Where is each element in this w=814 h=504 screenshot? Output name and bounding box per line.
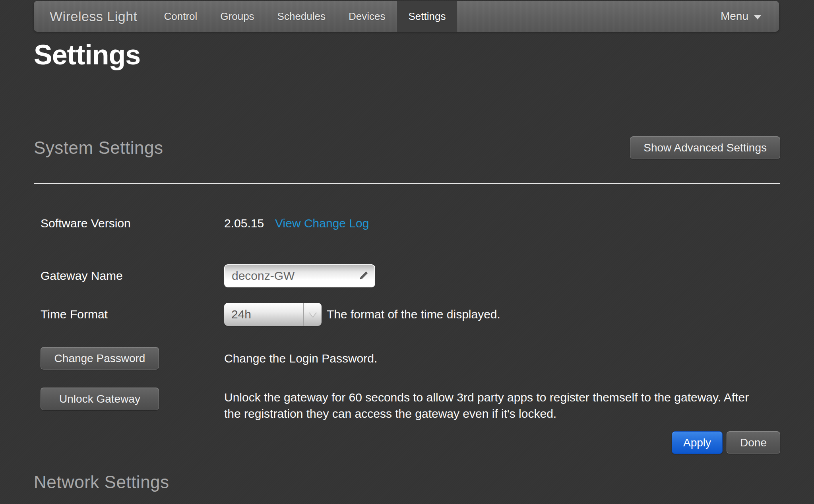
- tab-settings[interactable]: Settings: [397, 1, 457, 32]
- top-navbar: Wireless Light Control Groups Schedules …: [34, 1, 779, 32]
- time-format-description: The format of the time displayed.: [327, 308, 500, 321]
- chevron-down-icon: [754, 15, 762, 19]
- page-title: Settings: [34, 38, 140, 72]
- unlock-gateway-description: Unlock the gateway for 60 seconds to all…: [224, 389, 755, 422]
- select-arrow-zone: [303, 303, 322, 326]
- unlock-gateway-row: Unlock Gateway Unlock the gateway for 60…: [41, 388, 755, 422]
- action-buttons: Apply Done: [672, 431, 780, 454]
- tab-devices[interactable]: Devices: [337, 1, 397, 32]
- time-format-select[interactable]: 24h: [224, 303, 322, 326]
- gateway-name-field: [224, 264, 375, 287]
- view-change-log-link[interactable]: View Change Log: [275, 217, 369, 230]
- software-version-label: Software Version: [41, 217, 224, 230]
- network-settings-heading: Network Settings: [34, 472, 169, 492]
- change-password-button[interactable]: Change Password: [41, 347, 159, 370]
- tab-groups[interactable]: Groups: [209, 1, 266, 32]
- gateway-name-label: Gateway Name: [41, 269, 224, 283]
- dropdown-arrow-icon: [309, 312, 316, 317]
- done-button[interactable]: Done: [727, 431, 780, 454]
- software-version-row: Software Version 2.05.15 View Change Log: [41, 215, 369, 231]
- system-settings-header: System Settings Show Advanced Settings: [34, 136, 780, 159]
- system-settings-heading: System Settings: [34, 138, 163, 158]
- change-password-description: Change the Login Password.: [224, 352, 377, 365]
- menu-label: Menu: [721, 10, 748, 23]
- unlock-gateway-button[interactable]: Unlock Gateway: [41, 388, 159, 410]
- gateway-name-row: Gateway Name: [41, 264, 375, 287]
- show-advanced-settings-button[interactable]: Show Advanced Settings: [630, 136, 780, 159]
- tab-control[interactable]: Control: [153, 1, 209, 32]
- edit-pencil-icon[interactable]: [357, 270, 369, 282]
- menu-dropdown-button[interactable]: Menu: [709, 1, 779, 32]
- change-password-row: Change Password Change the Login Passwor…: [41, 347, 377, 370]
- tab-schedules[interactable]: Schedules: [266, 1, 337, 32]
- nav-tabs: Control Groups Schedules Devices Setting…: [153, 1, 457, 32]
- software-version-value: 2.05.15: [224, 217, 264, 230]
- time-format-row: Time Format 24h The format of the time d…: [41, 303, 500, 326]
- section-divider: [34, 183, 780, 184]
- gateway-name-input[interactable]: [232, 269, 354, 283]
- app-title: Wireless Light: [34, 1, 153, 32]
- apply-button[interactable]: Apply: [672, 431, 723, 454]
- time-format-label: Time Format: [41, 308, 224, 321]
